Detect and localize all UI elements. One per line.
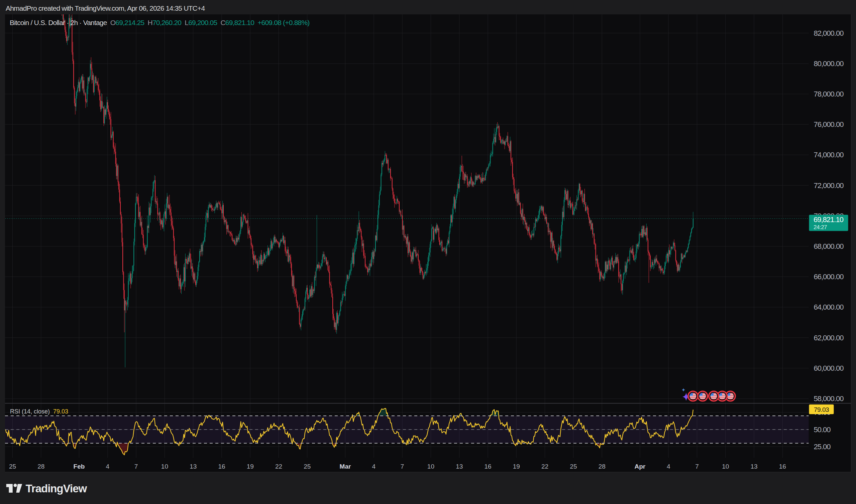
svg-text:68,000.00: 68,000.00 <box>814 242 844 251</box>
svg-text:7: 7 <box>400 463 404 470</box>
svg-text:79.03: 79.03 <box>814 406 829 413</box>
svg-text:78,000.00: 78,000.00 <box>814 90 844 98</box>
svg-text:4: 4 <box>667 463 670 470</box>
svg-text:50.00: 50.00 <box>814 426 831 434</box>
svg-text:28: 28 <box>599 463 605 470</box>
svg-text:22: 22 <box>275 463 282 470</box>
svg-text:Mar: Mar <box>340 463 351 470</box>
svg-text:25.00: 25.00 <box>814 443 831 451</box>
svg-text:60,000.00: 60,000.00 <box>814 364 844 373</box>
svg-text:69,821.10: 69,821.10 <box>814 215 844 224</box>
svg-text:82,000.00: 82,000.00 <box>814 29 844 37</box>
svg-text:Bitcoin / U.S. Dollar · 2h · V: Bitcoin / U.S. Dollar · 2h · Vantage O69… <box>10 19 309 26</box>
svg-text:13: 13 <box>456 463 463 470</box>
svg-text:28: 28 <box>37 463 45 470</box>
svg-text:76,000.00: 76,000.00 <box>814 120 844 129</box>
svg-text:4: 4 <box>372 463 376 470</box>
svg-text:22: 22 <box>541 463 548 470</box>
svg-text:16: 16 <box>779 463 786 470</box>
svg-text:Feb: Feb <box>73 463 85 470</box>
svg-text:AhmadPro created with TradingV: AhmadPro created with TradingView.com, A… <box>6 4 205 12</box>
svg-text:10: 10 <box>427 463 434 470</box>
svg-text:13: 13 <box>190 463 196 470</box>
svg-text:62,000.00: 62,000.00 <box>814 334 844 342</box>
svg-text:7: 7 <box>134 463 138 470</box>
svg-text:7: 7 <box>695 463 699 470</box>
svg-text:25: 25 <box>9 463 16 470</box>
svg-text:RSI (14, close) 79.03: RSI (14, close) 79.03 <box>10 408 68 415</box>
svg-text:64,000.00: 64,000.00 <box>814 303 844 311</box>
svg-text:58,000.00: 58,000.00 <box>814 394 844 403</box>
svg-text:16: 16 <box>484 463 491 470</box>
svg-text:10: 10 <box>722 463 729 470</box>
svg-text:16: 16 <box>218 463 225 470</box>
svg-text:19: 19 <box>247 463 254 470</box>
svg-text:72,000.00: 72,000.00 <box>814 181 844 190</box>
svg-text:4: 4 <box>106 463 110 470</box>
svg-text:10: 10 <box>161 463 168 470</box>
svg-text:66,000.00: 66,000.00 <box>814 272 844 281</box>
svg-text:TradingView: TradingView <box>26 482 87 494</box>
svg-text:74,000.00: 74,000.00 <box>814 151 844 159</box>
svg-text:25: 25 <box>570 463 577 470</box>
svg-text:25: 25 <box>304 463 311 470</box>
svg-text:13: 13 <box>750 463 757 470</box>
svg-text:24:27: 24:27 <box>814 224 827 231</box>
svg-text:80,000.00: 80,000.00 <box>814 59 844 68</box>
svg-text:19: 19 <box>513 463 520 470</box>
svg-text:Apr: Apr <box>635 463 646 470</box>
